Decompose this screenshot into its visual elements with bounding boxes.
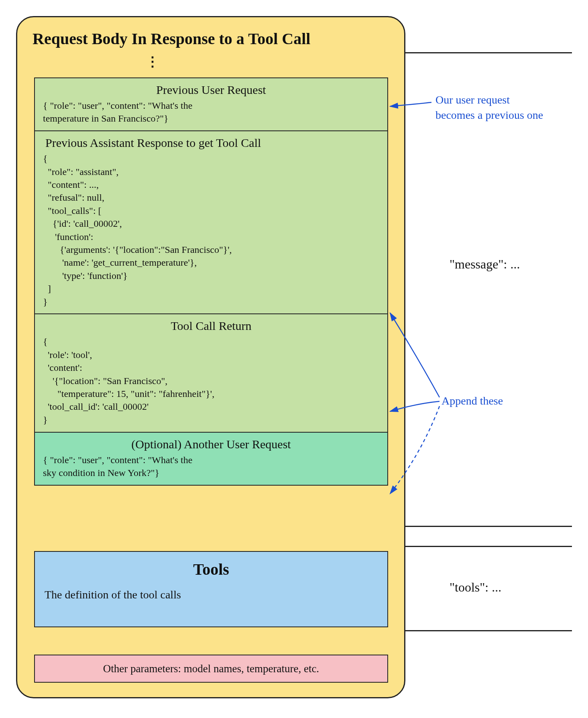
tool-call-return-block: Tool Call Return { 'role': 'tool', 'cont…: [34, 313, 388, 433]
block-code: { "role": "assistant", "content": ..., "…: [43, 152, 379, 308]
vertical-ellipsis-icon: ⋮: [146, 53, 160, 69]
annotation-becomes-previous: Our user request becomes a previous one: [435, 92, 543, 123]
block-code: { "role": "user", "content": "What's the…: [43, 454, 379, 480]
params-text: Other parameters: model names, temperatu…: [103, 663, 319, 675]
tools-title: Tools: [43, 556, 379, 579]
key-label-tools: "tools": ...: [450, 580, 501, 595]
main-title: Request Body In Response to a Tool Call: [31, 28, 391, 51]
key-label-message: "message": ...: [450, 257, 520, 272]
other-parameters-block: Other parameters: model names, temperatu…: [34, 655, 388, 683]
block-title: Tool Call Return: [43, 318, 379, 335]
block-title: Previous Assistant Response to get Tool …: [43, 135, 379, 152]
diagram-stage: Request Body In Response to a Tool Call …: [16, 16, 572, 698]
block-title: Previous User Request: [43, 82, 379, 99]
previous-user-request-block: Previous User Request { "role": "user", …: [34, 77, 388, 132]
block-title: (Optional) Another User Request: [43, 437, 379, 454]
optional-user-request-block: (Optional) Another User Request { "role"…: [34, 432, 388, 486]
messages-stack: Previous User Request { "role": "user", …: [34, 77, 388, 485]
tools-desc: The definition of the tool calls: [43, 579, 379, 601]
previous-assistant-response-block: Previous Assistant Response to get Tool …: [34, 130, 388, 315]
request-body-container: Request Body In Response to a Tool Call …: [16, 16, 405, 698]
tools-block: Tools The definition of the tool calls: [34, 551, 388, 627]
divider-message-end: [388, 526, 572, 527]
divider-tools-start: [388, 546, 572, 547]
divider-tools-end: [388, 630, 572, 631]
block-code: { "role": "user", "content": "What's the…: [43, 99, 379, 125]
block-code: { 'role': 'tool', 'content': '{"location…: [43, 335, 379, 426]
annotation-append-these: Append these: [442, 393, 503, 409]
